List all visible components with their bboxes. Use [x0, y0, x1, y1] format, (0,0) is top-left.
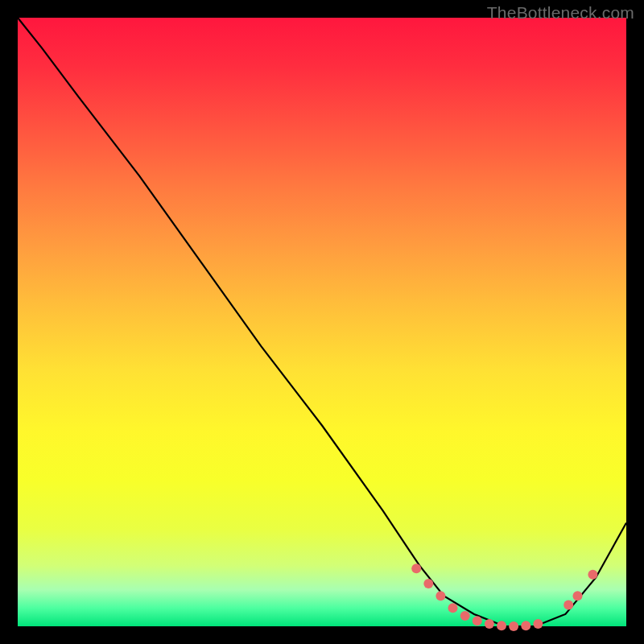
- optimal-range-markers: [411, 564, 597, 631]
- marker-dot: [497, 621, 506, 630]
- marker-dot: [509, 621, 518, 631]
- marker-dot: [423, 579, 433, 588]
- curve-line: [18, 18, 626, 626]
- marker-dot: [573, 591, 583, 601]
- marker-dot: [411, 564, 421, 573]
- chart-frame: TheBottleneck.com: [0, 0, 644, 644]
- marker-dot: [473, 616, 482, 625]
- marker-dot: [533, 619, 543, 629]
- marker-dot: [448, 603, 458, 613]
- bottleneck-curve: [18, 18, 626, 626]
- marker-dot: [521, 621, 530, 630]
- watermark-label: TheBottleneck.com: [487, 3, 634, 23]
- marker-dot: [460, 611, 470, 621]
- marker-dot: [588, 570, 597, 580]
- marker-dot: [436, 591, 445, 601]
- marker-dot: [564, 601, 573, 610]
- gradient-plot-background: [18, 18, 626, 626]
- marker-dot: [485, 619, 494, 629]
